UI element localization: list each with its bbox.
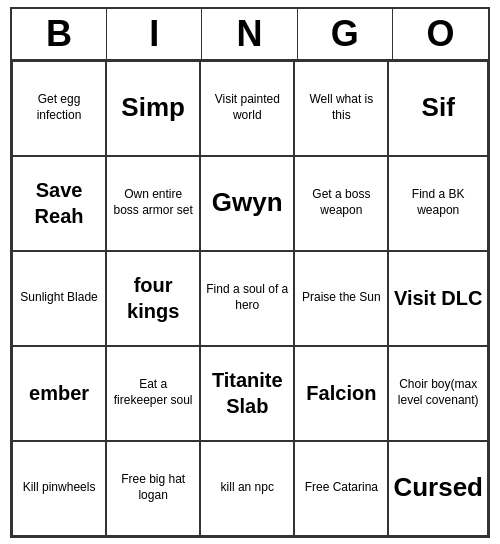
bingo-cell: kill an npc [200, 441, 294, 536]
bingo-cell: Own entire boss armor set [106, 156, 200, 251]
bingo-cell: Sunlight Blade [12, 251, 106, 346]
bingo-cell: Find a BK weapon [388, 156, 488, 251]
bingo-cell: Eat a firekeeper soul [106, 346, 200, 441]
bingo-grid: Get egg infectionSimpVisit painted world… [12, 61, 488, 536]
bingo-card: BINGO Get egg infectionSimpVisit painted… [10, 7, 490, 538]
bingo-cell: Free big hat logan [106, 441, 200, 536]
bingo-cell: Get a boss weapon [294, 156, 388, 251]
bingo-cell: four kings [106, 251, 200, 346]
bingo-cell: Free Catarina [294, 441, 388, 536]
bingo-cell: Find a soul of a hero [200, 251, 294, 346]
header-letter: B [12, 9, 107, 59]
bingo-cell: Falcion [294, 346, 388, 441]
bingo-cell: Cursed [388, 441, 488, 536]
bingo-cell: Titanite Slab [200, 346, 294, 441]
bingo-cell: Visit painted world [200, 61, 294, 156]
bingo-cell: Praise the Sun [294, 251, 388, 346]
bingo-cell: Get egg infection [12, 61, 106, 156]
bingo-cell: Visit DLC [388, 251, 488, 346]
header-letter: N [202, 9, 297, 59]
bingo-cell: Simp [106, 61, 200, 156]
header-letter: G [298, 9, 393, 59]
bingo-cell: ember [12, 346, 106, 441]
bingo-cell: Gwyn [200, 156, 294, 251]
bingo-header: BINGO [12, 9, 488, 61]
bingo-cell: Sif [388, 61, 488, 156]
header-letter: I [107, 9, 202, 59]
bingo-cell: Choir boy(max level covenant) [388, 346, 488, 441]
bingo-cell: Kill pinwheels [12, 441, 106, 536]
header-letter: O [393, 9, 488, 59]
bingo-cell: Save Reah [12, 156, 106, 251]
bingo-cell: Well what is this [294, 61, 388, 156]
